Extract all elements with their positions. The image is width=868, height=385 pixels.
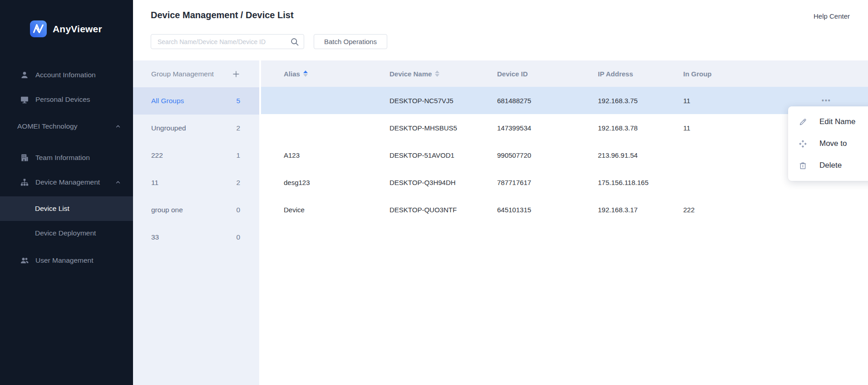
search-icon[interactable] [290,37,299,46]
group-count: 2 [236,124,240,132]
cell-ip-address: 192.168.3.75 [598,97,683,105]
sidebar-item-user-management[interactable]: User Management [0,248,133,273]
chevron-up-icon [115,179,121,185]
cell-in-group: 11 [683,97,822,105]
context-menu-label: Edit Name [819,117,855,126]
device-table: Alias Device Name Device ID IP Address I… [261,60,868,385]
help-center-link[interactable]: Help Center [814,12,850,20]
cell-device-id: 147399534 [497,124,598,132]
add-group-button[interactable] [232,70,240,78]
sidebar-item-label: Personal Devices [35,95,90,104]
cell-alias: A123 [284,151,390,159]
sitemap-icon [20,178,29,187]
sidebar-item-label: Device Deployment [35,229,96,237]
context-menu-label: Move to [819,139,847,148]
group-management-panel: Group Management All Groups 5 Ungrouped … [133,60,259,385]
batch-operations-button[interactable]: Batch Operations [314,34,387,49]
group-item-33[interactable]: 33 0 [133,224,259,251]
group-name: group one [151,206,183,214]
context-menu-move-to[interactable]: Move to [788,133,868,155]
search-box [151,34,304,49]
group-name: 33 [151,233,159,241]
sort-desc-icon [303,74,308,77]
cell-device-name: DESKTOP-MHSBUS5 [390,124,497,132]
cell-device-name: DESKTOP-NC57VJ5 [390,97,497,105]
context-menu-delete[interactable]: Delete [788,155,868,176]
group-name: All Groups [151,97,184,105]
table-row[interactable]: DESKTOP-MHSBUS5 147399534 192.168.3.78 1… [261,114,868,141]
sidebar-item-device-management[interactable]: Device Management [0,170,133,195]
sidebar-item-label: User Management [35,256,94,265]
sort-desc-icon [435,74,439,77]
chevron-up-icon [115,123,121,130]
sort-asc-icon [435,70,439,73]
cell-ip-address: 175.156.118.165 [598,179,683,186]
group-name: 222 [151,151,163,160]
table-row[interactable]: A123 DESKTOP-51AVOD1 990507720 213.96.91… [261,141,868,169]
search-input[interactable] [158,38,290,45]
brand: AnyViewer [0,0,133,37]
context-menu-edit-name[interactable]: Edit Name [788,111,868,133]
team-name-label: AOMEI Technology [17,122,77,130]
cell-in-group: 222 [683,206,822,214]
sort-asc-icon [303,70,308,73]
users-icon [20,256,29,265]
table-row[interactable]: DESKTOP-NC57VJ5 681488275 192.168.3.75 1… [261,87,868,114]
sidebar-section-team[interactable]: AOMEI Technology [0,114,133,139]
table-row[interactable]: Device DESKTOP-QUO3NTF 645101315 192.168… [261,196,868,223]
group-panel-title: Group Management [151,70,214,78]
group-item-11[interactable]: 11 2 [133,169,259,196]
sidebar-item-account-information[interactable]: Account Infomation [0,63,133,87]
sidebar-item-device-list[interactable]: Device List [0,196,133,221]
table-row[interactable]: desg123 DESKTOP-Q3H94DH 787717617 175.15… [261,169,868,196]
cell-alias: Device [284,206,390,214]
row-context-menu: Edit Name Move to Delete [788,106,868,181]
cell-alias: desg123 [284,179,390,186]
move-icon [799,140,807,148]
breadcrumb: Device Management / Device List [151,10,294,20]
column-header-alias[interactable]: Alias [284,70,390,78]
group-name: 11 [151,179,158,187]
context-menu-label: Delete [819,161,842,170]
sidebar-item-label: Account Infomation [35,71,96,79]
cell-device-id: 681488275 [497,97,598,105]
cell-device-id: 990507720 [497,151,598,159]
group-count: 5 [236,97,240,105]
group-panel-header: Group Management [133,60,259,87]
sort-icon-alias[interactable] [303,70,308,77]
group-count: 1 [236,151,240,160]
table-header-row: Alias Device Name Device ID IP Address I… [261,60,868,87]
topbar: Device Management / Device List Help Cen… [133,0,868,60]
group-item-group-one[interactable]: group one 0 [133,196,259,224]
sidebar-item-personal-devices[interactable]: Personal Devices [0,87,133,112]
cell-device-id: 787717617 [497,179,598,186]
sidebar-item-device-deployment[interactable]: Device Deployment [0,221,133,245]
sort-icon-device-name[interactable] [435,70,439,77]
brand-name: AnyViewer [53,24,102,35]
monitor-icon [20,95,29,104]
group-count: 2 [236,179,240,187]
sidebar-nav: Account Infomation Personal Devices AOME… [0,63,133,273]
sidebar: AnyViewer Account Infomation Personal De… [0,0,133,385]
group-item-all-groups[interactable]: All Groups 5 [133,87,259,115]
sidebar-item-team-information[interactable]: Team Information [0,145,133,170]
cell-device-name: DESKTOP-QUO3NTF [390,206,497,214]
group-item-222[interactable]: 222 1 [133,142,259,169]
device-management-submenu: Device List Device Deployment [0,196,133,245]
cell-device-id: 645101315 [497,206,598,214]
column-header-device-id: Device ID [497,70,598,78]
anyviewer-logo-icon [30,20,47,37]
sidebar-item-label: Device Management [35,178,100,186]
row-actions-ellipsis-icon[interactable]: ••• [822,97,837,104]
cell-ip-address: 192.168.3.78 [598,124,683,132]
building-icon [20,153,29,162]
user-icon [20,70,29,80]
group-item-ungrouped[interactable]: Ungrouped 2 [133,115,259,142]
column-header-ip-address: IP Address [598,70,683,78]
cell-ip-address: 192.168.3.17 [598,206,683,214]
group-name: Ungrouped [151,124,186,132]
sidebar-item-label: Team Information [35,154,90,162]
group-count: 0 [236,206,240,214]
sidebar-item-label: Device List [35,205,69,213]
column-header-device-name[interactable]: Device Name [390,70,497,78]
